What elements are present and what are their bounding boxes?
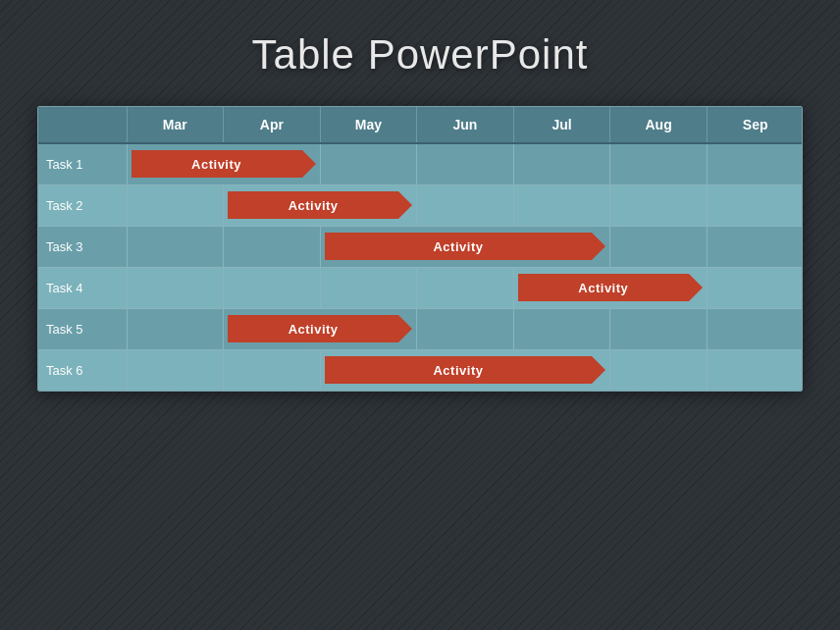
gantt-cell [417, 308, 514, 349]
activity-arrow: Activity [325, 233, 593, 260]
header-jul: Jul [513, 107, 610, 143]
gantt-cell: Activity [224, 184, 417, 226]
gantt-cell [127, 308, 224, 349]
table-row: Task 3Activity [38, 226, 803, 267]
header-may: May [320, 107, 417, 143]
gantt-chart: Mar Apr May Jun Jul Aug Sep Task 1Activi… [37, 106, 803, 392]
table-row: Task 4Activity [38, 267, 803, 308]
header-jun: Jun [417, 107, 514, 143]
task-label: Task 5 [38, 308, 127, 349]
gantt-cell [417, 267, 514, 308]
activity-arrow: Activity [228, 191, 398, 219]
table-row: Task 5Activity [38, 308, 803, 349]
gantt-cell [707, 143, 803, 184]
activity-arrow: Activity [228, 315, 398, 342]
gantt-cell [127, 184, 224, 226]
gantt-cell [127, 226, 224, 267]
task-label: Task 6 [38, 349, 127, 391]
header-task-col [38, 107, 127, 143]
table-row: Task 2Activity [38, 184, 803, 226]
task-label: Task 4 [38, 267, 127, 308]
gantt-cell [513, 143, 610, 184]
gantt-cell [417, 184, 514, 226]
gantt-cell: Activity [127, 143, 320, 184]
header-sep: Sep [707, 107, 803, 143]
header-aug: Aug [610, 107, 708, 143]
task-label: Task 3 [38, 226, 127, 267]
page-title: Table PowerPoint [252, 31, 589, 79]
task-label: Task 2 [38, 184, 127, 226]
activity-arrow: Activity [518, 274, 689, 301]
activity-arrow: Activity [325, 356, 593, 384]
header-apr: Apr [224, 107, 321, 143]
gantt-cell [707, 226, 803, 267]
header-mar: Mar [127, 107, 224, 143]
gantt-cell [707, 267, 803, 308]
gantt-cell [417, 143, 514, 184]
gantt-table: Mar Apr May Jun Jul Aug Sep Task 1Activi… [38, 107, 803, 391]
gantt-cell [610, 184, 708, 226]
gantt-cell [224, 349, 321, 391]
gantt-cell [610, 226, 708, 267]
gantt-cell [127, 349, 224, 391]
gantt-cell [610, 143, 708, 184]
gantt-cell: Activity [224, 308, 417, 349]
gantt-cell [320, 143, 417, 184]
gantt-cell: Activity [320, 226, 610, 267]
gantt-cell [224, 267, 321, 308]
gantt-cell [224, 226, 321, 267]
gantt-cell [320, 267, 417, 308]
gantt-cell [610, 349, 708, 391]
gantt-cell [513, 308, 610, 349]
gantt-cell [610, 308, 708, 349]
table-row: Task 1Activity [38, 143, 803, 184]
gantt-cell: Activity [513, 267, 707, 308]
table-header-row: Mar Apr May Jun Jul Aug Sep [38, 107, 803, 143]
gantt-cell [513, 184, 610, 226]
task-label: Task 1 [38, 143, 127, 184]
gantt-cell [707, 184, 803, 226]
activity-arrow: Activity [131, 150, 302, 178]
gantt-cell [127, 267, 224, 308]
gantt-cell [707, 308, 803, 349]
gantt-cell [707, 349, 803, 391]
table-row: Task 6Activity [38, 349, 803, 391]
gantt-cell: Activity [320, 349, 610, 391]
